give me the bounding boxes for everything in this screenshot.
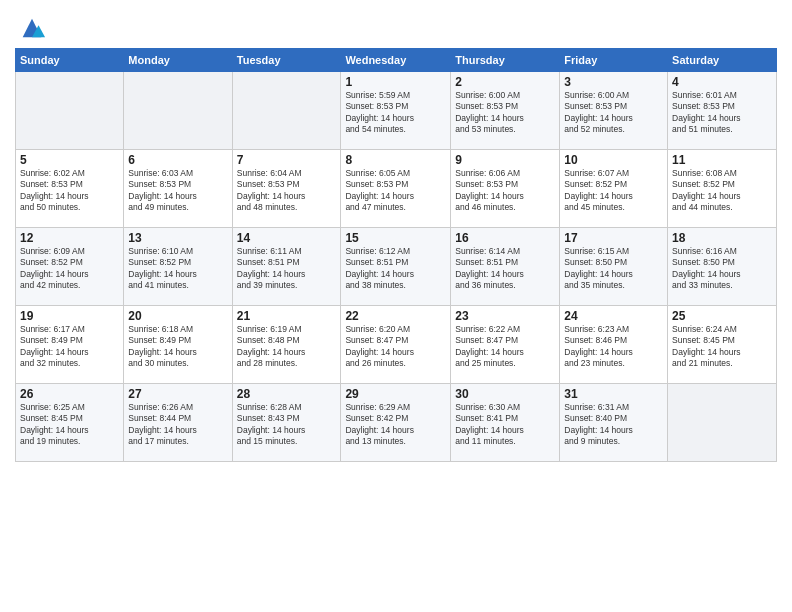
- calendar-cell: [124, 72, 232, 150]
- calendar-cell: 21Sunrise: 6:19 AM Sunset: 8:48 PM Dayli…: [232, 306, 341, 384]
- day-number: 23: [455, 309, 555, 323]
- day-number: 21: [237, 309, 337, 323]
- day-info: Sunrise: 6:24 AM Sunset: 8:45 PM Dayligh…: [672, 324, 772, 370]
- day-info: Sunrise: 6:01 AM Sunset: 8:53 PM Dayligh…: [672, 90, 772, 136]
- day-number: 12: [20, 231, 119, 245]
- day-info: Sunrise: 6:28 AM Sunset: 8:43 PM Dayligh…: [237, 402, 337, 448]
- calendar-cell: 3Sunrise: 6:00 AM Sunset: 8:53 PM Daylig…: [560, 72, 668, 150]
- page: SundayMondayTuesdayWednesdayThursdayFrid…: [0, 0, 792, 612]
- calendar-cell: 22Sunrise: 6:20 AM Sunset: 8:47 PM Dayli…: [341, 306, 451, 384]
- weekday-row: SundayMondayTuesdayWednesdayThursdayFrid…: [16, 49, 777, 72]
- day-number: 8: [345, 153, 446, 167]
- day-number: 10: [564, 153, 663, 167]
- calendar-cell: 24Sunrise: 6:23 AM Sunset: 8:46 PM Dayli…: [560, 306, 668, 384]
- day-number: 4: [672, 75, 772, 89]
- calendar-cell: 12Sunrise: 6:09 AM Sunset: 8:52 PM Dayli…: [16, 228, 124, 306]
- day-number: 2: [455, 75, 555, 89]
- day-info: Sunrise: 6:18 AM Sunset: 8:49 PM Dayligh…: [128, 324, 227, 370]
- calendar-cell: [16, 72, 124, 150]
- day-info: Sunrise: 6:17 AM Sunset: 8:49 PM Dayligh…: [20, 324, 119, 370]
- calendar-cell: 8Sunrise: 6:05 AM Sunset: 8:53 PM Daylig…: [341, 150, 451, 228]
- day-info: Sunrise: 6:10 AM Sunset: 8:52 PM Dayligh…: [128, 246, 227, 292]
- calendar-cell: 16Sunrise: 6:14 AM Sunset: 8:51 PM Dayli…: [451, 228, 560, 306]
- day-number: 29: [345, 387, 446, 401]
- calendar-cell: 5Sunrise: 6:02 AM Sunset: 8:53 PM Daylig…: [16, 150, 124, 228]
- day-info: Sunrise: 6:20 AM Sunset: 8:47 PM Dayligh…: [345, 324, 446, 370]
- day-number: 16: [455, 231, 555, 245]
- day-info: Sunrise: 6:19 AM Sunset: 8:48 PM Dayligh…: [237, 324, 337, 370]
- day-number: 14: [237, 231, 337, 245]
- day-info: Sunrise: 6:09 AM Sunset: 8:52 PM Dayligh…: [20, 246, 119, 292]
- day-info: Sunrise: 6:00 AM Sunset: 8:53 PM Dayligh…: [455, 90, 555, 136]
- weekday-header-saturday: Saturday: [668, 49, 777, 72]
- day-info: Sunrise: 6:06 AM Sunset: 8:53 PM Dayligh…: [455, 168, 555, 214]
- calendar-cell: 30Sunrise: 6:30 AM Sunset: 8:41 PM Dayli…: [451, 384, 560, 462]
- calendar-body: 1Sunrise: 5:59 AM Sunset: 8:53 PM Daylig…: [16, 72, 777, 462]
- day-number: 11: [672, 153, 772, 167]
- day-number: 27: [128, 387, 227, 401]
- calendar-cell: 25Sunrise: 6:24 AM Sunset: 8:45 PM Dayli…: [668, 306, 777, 384]
- calendar-cell: [232, 72, 341, 150]
- calendar-cell: 31Sunrise: 6:31 AM Sunset: 8:40 PM Dayli…: [560, 384, 668, 462]
- calendar-cell: 11Sunrise: 6:08 AM Sunset: 8:52 PM Dayli…: [668, 150, 777, 228]
- day-number: 18: [672, 231, 772, 245]
- day-info: Sunrise: 6:02 AM Sunset: 8:53 PM Dayligh…: [20, 168, 119, 214]
- day-number: 6: [128, 153, 227, 167]
- day-number: 20: [128, 309, 227, 323]
- day-info: Sunrise: 6:25 AM Sunset: 8:45 PM Dayligh…: [20, 402, 119, 448]
- day-info: Sunrise: 6:16 AM Sunset: 8:50 PM Dayligh…: [672, 246, 772, 292]
- calendar-cell: 7Sunrise: 6:04 AM Sunset: 8:53 PM Daylig…: [232, 150, 341, 228]
- calendar-cell: 26Sunrise: 6:25 AM Sunset: 8:45 PM Dayli…: [16, 384, 124, 462]
- logo: [15, 14, 46, 42]
- weekday-header-wednesday: Wednesday: [341, 49, 451, 72]
- calendar-cell: 2Sunrise: 6:00 AM Sunset: 8:53 PM Daylig…: [451, 72, 560, 150]
- day-number: 30: [455, 387, 555, 401]
- day-info: Sunrise: 6:22 AM Sunset: 8:47 PM Dayligh…: [455, 324, 555, 370]
- day-number: 28: [237, 387, 337, 401]
- day-info: Sunrise: 6:05 AM Sunset: 8:53 PM Dayligh…: [345, 168, 446, 214]
- day-number: 25: [672, 309, 772, 323]
- week-row-1: 5Sunrise: 6:02 AM Sunset: 8:53 PM Daylig…: [16, 150, 777, 228]
- day-number: 31: [564, 387, 663, 401]
- day-info: Sunrise: 6:30 AM Sunset: 8:41 PM Dayligh…: [455, 402, 555, 448]
- day-number: 5: [20, 153, 119, 167]
- calendar-cell: 27Sunrise: 6:26 AM Sunset: 8:44 PM Dayli…: [124, 384, 232, 462]
- weekday-header-monday: Monday: [124, 49, 232, 72]
- day-info: Sunrise: 6:08 AM Sunset: 8:52 PM Dayligh…: [672, 168, 772, 214]
- day-info: Sunrise: 6:04 AM Sunset: 8:53 PM Dayligh…: [237, 168, 337, 214]
- day-number: 9: [455, 153, 555, 167]
- weekday-header-thursday: Thursday: [451, 49, 560, 72]
- calendar-cell: 1Sunrise: 5:59 AM Sunset: 8:53 PM Daylig…: [341, 72, 451, 150]
- calendar-cell: 13Sunrise: 6:10 AM Sunset: 8:52 PM Dayli…: [124, 228, 232, 306]
- week-row-0: 1Sunrise: 5:59 AM Sunset: 8:53 PM Daylig…: [16, 72, 777, 150]
- calendar-cell: 19Sunrise: 6:17 AM Sunset: 8:49 PM Dayli…: [16, 306, 124, 384]
- day-info: Sunrise: 5:59 AM Sunset: 8:53 PM Dayligh…: [345, 90, 446, 136]
- calendar: SundayMondayTuesdayWednesdayThursdayFrid…: [15, 48, 777, 462]
- day-info: Sunrise: 6:00 AM Sunset: 8:53 PM Dayligh…: [564, 90, 663, 136]
- week-row-2: 12Sunrise: 6:09 AM Sunset: 8:52 PM Dayli…: [16, 228, 777, 306]
- day-number: 15: [345, 231, 446, 245]
- day-info: Sunrise: 6:29 AM Sunset: 8:42 PM Dayligh…: [345, 402, 446, 448]
- day-info: Sunrise: 6:12 AM Sunset: 8:51 PM Dayligh…: [345, 246, 446, 292]
- day-number: 3: [564, 75, 663, 89]
- week-row-4: 26Sunrise: 6:25 AM Sunset: 8:45 PM Dayli…: [16, 384, 777, 462]
- day-info: Sunrise: 6:23 AM Sunset: 8:46 PM Dayligh…: [564, 324, 663, 370]
- calendar-cell: 17Sunrise: 6:15 AM Sunset: 8:50 PM Dayli…: [560, 228, 668, 306]
- day-info: Sunrise: 6:31 AM Sunset: 8:40 PM Dayligh…: [564, 402, 663, 448]
- header: [15, 10, 777, 42]
- calendar-cell: 28Sunrise: 6:28 AM Sunset: 8:43 PM Dayli…: [232, 384, 341, 462]
- day-number: 1: [345, 75, 446, 89]
- weekday-header-sunday: Sunday: [16, 49, 124, 72]
- calendar-cell: [668, 384, 777, 462]
- logo-icon: [18, 14, 46, 42]
- day-number: 26: [20, 387, 119, 401]
- calendar-cell: 4Sunrise: 6:01 AM Sunset: 8:53 PM Daylig…: [668, 72, 777, 150]
- calendar-cell: 10Sunrise: 6:07 AM Sunset: 8:52 PM Dayli…: [560, 150, 668, 228]
- day-number: 24: [564, 309, 663, 323]
- calendar-cell: 18Sunrise: 6:16 AM Sunset: 8:50 PM Dayli…: [668, 228, 777, 306]
- day-info: Sunrise: 6:07 AM Sunset: 8:52 PM Dayligh…: [564, 168, 663, 214]
- weekday-header-friday: Friday: [560, 49, 668, 72]
- calendar-header: SundayMondayTuesdayWednesdayThursdayFrid…: [16, 49, 777, 72]
- weekday-header-tuesday: Tuesday: [232, 49, 341, 72]
- calendar-cell: 6Sunrise: 6:03 AM Sunset: 8:53 PM Daylig…: [124, 150, 232, 228]
